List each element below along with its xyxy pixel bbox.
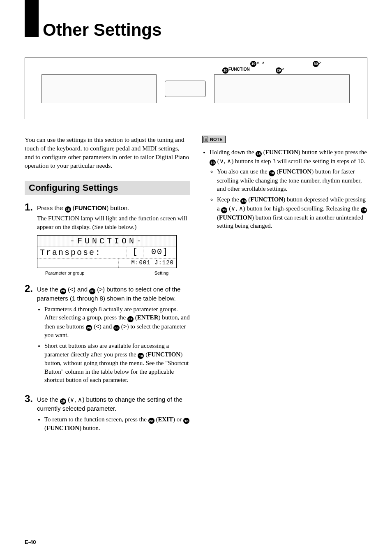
step-1-line-post: ( bbox=[71, 204, 75, 211]
intro-text: You can use the settings in this section… bbox=[25, 136, 190, 170]
lcd-label-right: Setting bbox=[154, 271, 168, 275]
step-2-line: Use the 29 (<) and 30 (>) buttons to sel… bbox=[37, 286, 180, 302]
marker-30: 30> bbox=[313, 60, 321, 67]
note-bullet-1: Holding down the 18 (FUNCTION) button wh… bbox=[210, 148, 367, 230]
page-number: E-40 bbox=[25, 539, 36, 545]
lcd-label-left: Parameter or group bbox=[45, 271, 84, 275]
ref-18-icon: 18 bbox=[65, 206, 71, 213]
page-title: Other Settings bbox=[39, 12, 161, 39]
lcd-value: 00] bbox=[143, 247, 176, 258]
note-tag: NOTE bbox=[202, 136, 226, 143]
step-1-line-end: ) button. bbox=[106, 204, 129, 211]
lcd-top-row: -FUNCTION- bbox=[37, 236, 176, 247]
section-heading: Configuring Settings bbox=[25, 181, 190, 195]
lcd-param: Transpose: bbox=[37, 247, 127, 258]
note-sub-2: Keep the 18 (FUNCTION) button depressed … bbox=[217, 195, 367, 230]
device-diagram: 19∨, ∧ 30> 18FUNCTION 29< bbox=[25, 58, 367, 119]
step-1-line-pre: Press the bbox=[37, 204, 65, 211]
marker-19: 19∨, ∧ bbox=[250, 60, 265, 67]
step-2-bullet-2: Short cut buttons also are available for… bbox=[44, 342, 190, 384]
lcd-status: M:001 J:120 bbox=[119, 259, 176, 268]
marker-29: 29< bbox=[276, 67, 284, 74]
title-tab bbox=[25, 0, 39, 37]
function-marker: 18FUNCTION bbox=[222, 67, 250, 74]
note-icon bbox=[203, 136, 208, 142]
step-2: 2. Use the 29 (<) and 30 (>) buttons to … bbox=[25, 284, 190, 390]
lcd-display: -FUNCTION- Transpose: [ 00] M:001 J:120 bbox=[37, 235, 177, 268]
step-2-bullet-1: Parameters 4 through 8 actually are para… bbox=[44, 305, 190, 340]
left-column: You can use the settings in this section… bbox=[25, 136, 190, 442]
right-column: NOTE Holding down the 18 (FUNCTION) butt… bbox=[202, 136, 367, 442]
step-3: 3. Use the 19 (∨, ∧) buttons to change t… bbox=[25, 394, 190, 438]
step-1-num: 1. bbox=[25, 202, 37, 212]
step-3-num: 3. bbox=[25, 394, 37, 404]
note-label: NOTE bbox=[210, 137, 223, 142]
note-sub-1: You also can use the 18 (FUNCTION) butto… bbox=[217, 167, 367, 193]
function-label: FUNCTION bbox=[75, 204, 107, 211]
step-2-num: 2. bbox=[25, 284, 37, 294]
title-area: Other Settings bbox=[25, 12, 367, 39]
step-3-bullet-1: To return to the function screen, press … bbox=[44, 415, 190, 432]
step-1: 1. Press the 18 (FUNCTION) button. The F… bbox=[25, 202, 190, 231]
lcd-bracket: [ bbox=[127, 247, 143, 258]
step-1-detail: The FUNCTION lamp will light and the fun… bbox=[37, 214, 190, 231]
step-3-line: Use the 19 (∨, ∧) buttons to change the … bbox=[37, 396, 182, 412]
note-box: NOTE Holding down the 18 (FUNCTION) butt… bbox=[202, 136, 367, 230]
